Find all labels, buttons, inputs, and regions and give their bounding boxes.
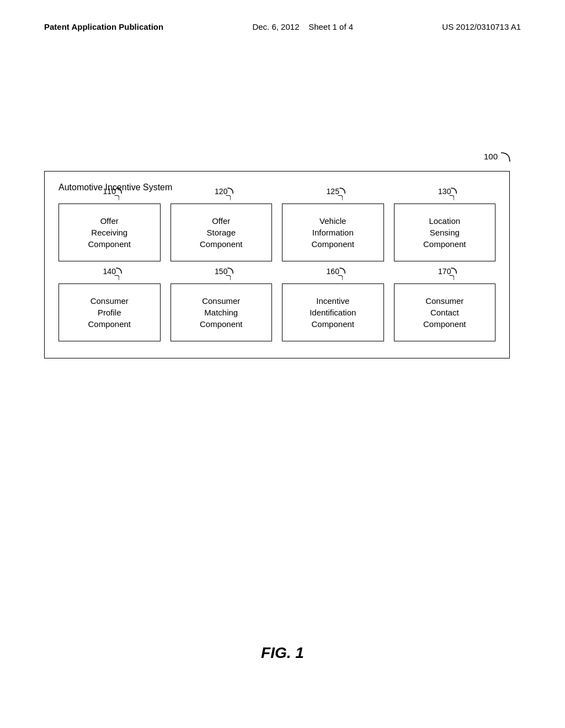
header-patent-number: US 2012/0310713 A1 <box>442 22 521 31</box>
component-170-wrapper: 170 ConsumerContactComponent <box>394 283 496 341</box>
row-1: 110 OfferReceivingComponent 120 <box>58 204 495 261</box>
page: Patent Application Publication Dec. 6, 2… <box>0 0 565 728</box>
component-110-text: OfferReceivingComponent <box>88 215 131 250</box>
component-150-box: ConsumerMatchingComponent <box>170 283 273 341</box>
ref-130-label: 130 <box>438 187 451 196</box>
components-rows: 110 OfferReceivingComponent 120 <box>58 204 495 341</box>
ref-150-arrow-icon <box>226 267 235 275</box>
system-box: Automotive Incentive System 110 OfferRec… <box>44 171 510 358</box>
ref-100-label: 100 <box>484 152 512 164</box>
ref-140-arrow-icon <box>115 267 124 275</box>
header-date: Dec. 6, 2012 Sheet 1 of 4 <box>252 22 353 31</box>
component-140-wrapper: 140 ConsumerProfileComponent <box>58 283 161 341</box>
component-160-text: IncentiveIdentificationComponent <box>310 295 356 330</box>
ref-120-label: 120 <box>215 187 227 196</box>
component-125-wrapper: 125 VehicleInformationComponent <box>282 204 384 261</box>
row-2: 140 ConsumerProfileComponent 150 <box>58 283 495 341</box>
header-publication-label: Patent Application Publication <box>44 22 163 31</box>
ref-140-label: 140 <box>103 267 116 276</box>
component-120-wrapper: 120 OfferStorageComponent <box>170 204 273 261</box>
ref-125-label: 125 <box>327 187 339 196</box>
component-120-box: OfferStorageComponent <box>170 204 273 261</box>
component-170-box: ConsumerContactComponent <box>394 283 496 341</box>
component-160-wrapper: 160 IncentiveIdentificationComponent <box>282 283 384 341</box>
ref-150-label: 150 <box>215 267 227 276</box>
system-title: Automotive Incentive System <box>58 183 495 192</box>
ref-170-label: 170 <box>438 267 451 276</box>
component-130-text: LocationSensingComponent <box>423 215 466 250</box>
ref-110-arrow-icon <box>115 187 124 195</box>
component-120-text: OfferStorageComponent <box>200 215 243 250</box>
component-125-box: VehicleInformationComponent <box>282 204 384 261</box>
figure-label: FIG. 1 <box>0 644 565 662</box>
component-150-text: ConsumerMatchingComponent <box>200 295 243 330</box>
ref-120-arrow-icon <box>226 187 235 195</box>
component-130-wrapper: 130 LocationSensingComponent <box>394 204 496 261</box>
header-sheet: Sheet 1 of 4 <box>308 22 353 31</box>
ref-110-label: 110 <box>103 187 116 196</box>
header: Patent Application Publication Dec. 6, 2… <box>0 22 565 31</box>
component-140-box: ConsumerProfileComponent <box>58 283 161 341</box>
ref-160-label: 160 <box>327 267 339 276</box>
ref-160-arrow-icon <box>338 267 347 275</box>
component-110-wrapper: 110 OfferReceivingComponent <box>58 204 161 261</box>
component-170-text: ConsumerContactComponent <box>423 295 466 330</box>
component-110-box: OfferReceivingComponent <box>58 204 161 261</box>
ref-125-arrow-icon <box>338 187 347 195</box>
component-140-text: ConsumerProfileComponent <box>88 295 131 330</box>
component-125-text: VehicleInformationComponent <box>311 215 354 250</box>
component-150-wrapper: 150 ConsumerMatchingComponent <box>170 283 273 341</box>
component-130-box: LocationSensingComponent <box>394 204 496 261</box>
ref-170-arrow-icon <box>450 267 459 275</box>
ref-130-arrow-icon <box>450 187 459 195</box>
ref-100-arrow-icon <box>500 152 512 164</box>
component-160-box: IncentiveIdentificationComponent <box>282 283 384 341</box>
